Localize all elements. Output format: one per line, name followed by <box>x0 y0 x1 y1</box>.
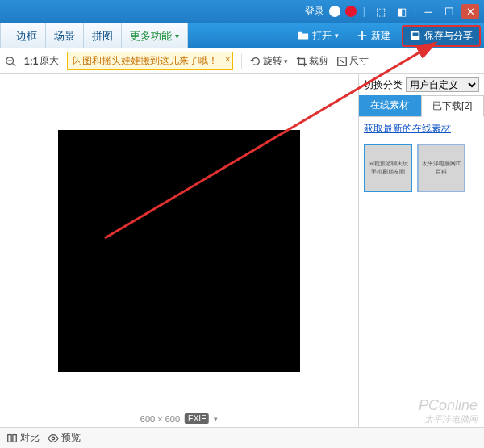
plus-icon <box>357 30 368 41</box>
content-area: 600 × 600 EXIF ▾ 切换分类 用户自定义 在线素材 已下载[2] … <box>0 74 484 427</box>
zoom-out-icon <box>5 56 16 67</box>
tab-online-materials[interactable]: 在线素材 <box>359 95 421 116</box>
svg-point-4 <box>52 437 55 440</box>
preview-icon <box>48 433 59 444</box>
qq-icon[interactable] <box>329 6 340 17</box>
rotate-button[interactable]: 旋转▾ <box>250 54 288 68</box>
exif-badge[interactable]: EXIF <box>185 413 209 424</box>
separator <box>241 54 242 69</box>
edit-toolbar: 1:1 原大 闪图和摇头娃娃搬到这儿来了哦！ × 旋转▾ 裁剪 尺寸 <box>0 48 484 74</box>
tab-puzzle[interactable]: 拼图 <box>84 23 122 48</box>
skin-icon[interactable]: ◧ <box>393 4 411 19</box>
notice-text: 闪图和摇头娃娃搬到这儿来了哦！ <box>73 55 218 66</box>
compare-button[interactable]: 对比 <box>6 431 40 445</box>
login-label: 登录 <box>305 5 324 19</box>
tab-downloaded[interactable]: 已下载[2] <box>421 95 485 117</box>
svg-rect-2 <box>8 434 11 442</box>
save-share-button[interactable]: 保存与分享 <box>402 25 481 47</box>
minimize-button[interactable]: ─ <box>419 4 437 19</box>
new-button[interactable]: 新建 <box>350 27 397 45</box>
tab-scene[interactable]: 场景 <box>46 23 84 48</box>
close-button[interactable]: ✕ <box>461 4 479 19</box>
save-icon <box>410 30 421 41</box>
size-button[interactable]: 尺寸 <box>336 54 369 68</box>
fetch-materials-link-row: 获取最新的在线素材 <box>359 117 484 140</box>
zoom-ratio[interactable]: 1:1 原大 <box>24 54 59 68</box>
canvas-image <box>58 130 300 372</box>
weibo-icon[interactable] <box>345 6 357 17</box>
titlebar: 登录 | ⬚ ◧ | ─ ☐ ✕ <box>0 0 484 23</box>
thumbnail-item[interactable]: 太平洋电脑网IT百科 <box>417 144 465 192</box>
sidebar-tabs: 在线素材 已下载[2] <box>359 95 484 117</box>
open-button[interactable]: 打开▾ <box>291 27 345 45</box>
notice-banner: 闪图和摇头娃娃搬到这儿来了哦！ × <box>67 52 233 70</box>
category-label: 切换分类 <box>364 78 403 92</box>
tab-border[interactable]: 边框 <box>8 23 46 48</box>
folder-icon <box>298 30 309 41</box>
feature-tabs: 边框 场景 拼图 更多功能 <box>0 23 188 48</box>
statusbar: 对比 预览 <box>0 427 484 448</box>
notice-close-button[interactable]: × <box>225 54 230 64</box>
rotate-icon <box>250 56 261 67</box>
canvas-dimensions: 600 × 600 EXIF ▾ <box>140 413 218 424</box>
crop-button[interactable]: 裁剪 <box>296 54 328 68</box>
menu-icon[interactable]: ⬚ <box>372 4 390 19</box>
svg-rect-3 <box>13 434 16 442</box>
preview-button[interactable]: 预览 <box>48 431 81 445</box>
login-area[interactable]: 登录 <box>305 5 357 19</box>
tab-more[interactable]: 更多功能 <box>122 23 188 48</box>
fetch-materials-link[interactable]: 获取最新的在线素材 <box>364 123 451 134</box>
thumbnail-grid: 同程旅游聊天玩手机刷朋友圈 太平洋电脑网IT百科 <box>359 140 484 195</box>
main-toolbar: 边框 场景 拼图 更多功能 打开▾ 新建 保存与分享 <box>0 23 484 48</box>
zoom-out-button[interactable] <box>5 56 16 67</box>
thumbnail-item[interactable]: 同程旅游聊天玩手机刷朋友圈 <box>364 144 412 192</box>
main-actions: 打开▾ 新建 保存与分享 <box>291 25 484 47</box>
window-controls: ⬚ ◧ | ─ ☐ ✕ <box>372 4 479 19</box>
size-icon <box>336 56 348 67</box>
category-select[interactable]: 用户自定义 <box>406 77 479 92</box>
category-selector: 切换分类 用户自定义 <box>359 74 484 95</box>
compare-icon <box>6 433 18 444</box>
crop-icon <box>296 56 307 67</box>
sidebar: 切换分类 用户自定义 在线素材 已下载[2] 获取最新的在线素材 同程旅游聊天玩… <box>358 74 484 427</box>
maximize-button[interactable]: ☐ <box>440 4 458 19</box>
canvas-area[interactable]: 600 × 600 EXIF ▾ <box>0 74 358 427</box>
